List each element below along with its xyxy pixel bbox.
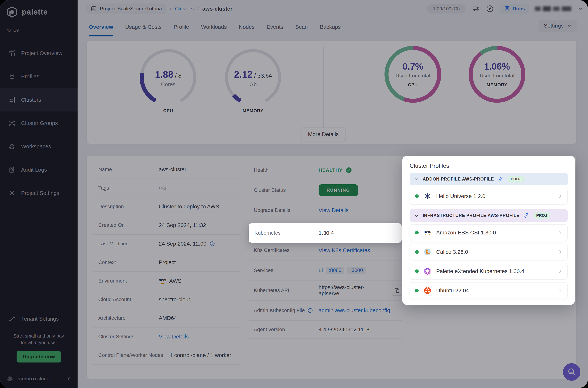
chevron-right-icon [557,288,563,293]
proj-scope-badge: PROJ [507,176,525,183]
chevron-down-icon [414,213,419,218]
cluster-profiles-popup: Cluster Profiles ADDON PROFILE AWS-PROFI… [402,156,575,305]
chevron-right-icon [557,249,563,255]
chevron-right-icon [557,268,563,274]
ubuntu-icon [423,286,432,295]
aws-logo-icon: aws [423,228,432,237]
profile-layer-amazon-ebs-csi[interactable]: aws Amazon EBS CSI 1.30.0 [410,224,568,241]
addon-profile-section-header[interactable]: ADDON PROFILE AWS-PROFILE PROJ [410,173,568,185]
profile-layer-palette-extended-kubernetes[interactable]: Palette eXtended Kubernetes 1.30.4 [410,263,568,280]
profile-layer-calico[interactable]: Calico 3.28.0 [410,243,568,260]
infrastructure-profile-section-header[interactable]: INFRASTRUCTURE PROFILE AWS-PROFILE PROJ [410,209,568,222]
profile-layer-hello-universe[interactable]: Hello Universe 1.2.0 [410,188,568,205]
status-dot-green [415,289,419,292]
link-icon[interactable] [523,212,529,218]
chevron-right-icon [557,230,563,235]
chevron-right-icon [557,194,563,199]
calico-icon [423,247,432,256]
popup-title: Cluster Profiles [410,163,568,169]
status-dot-green [415,231,419,234]
pxk-icon [423,267,432,276]
chevron-down-icon [414,176,419,182]
proj-scope-badge: PROJ [533,212,550,219]
status-dot-green [415,250,419,254]
link-icon[interactable] [498,176,504,182]
status-dot-green [415,269,419,273]
profile-layer-ubuntu[interactable]: Ubuntu 22.04 [410,282,568,299]
hello-universe-icon [423,192,432,201]
app-window: palette 4.4.19 Project Overview Profiles… [0,0,588,388]
status-dot-green [415,194,419,198]
kubernetes-highlight-row[interactable]: Kubernetes 1.30.4 [249,223,402,243]
